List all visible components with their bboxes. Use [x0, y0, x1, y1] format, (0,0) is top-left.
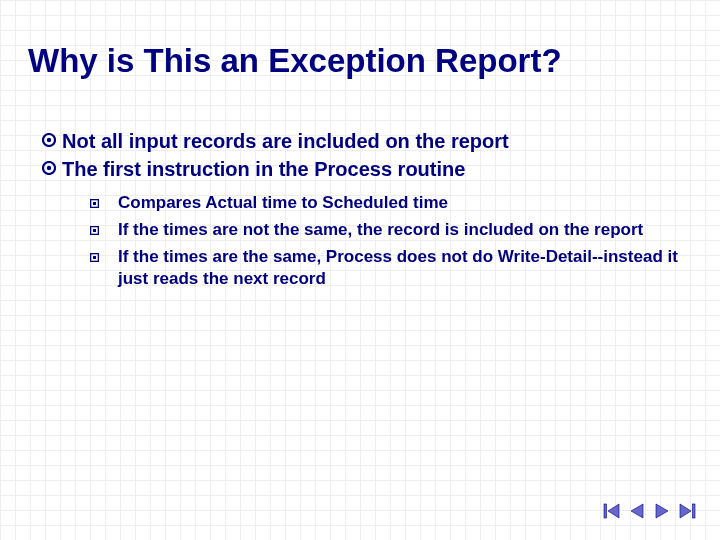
slide-body: Not all input records are included on th… [42, 128, 682, 294]
previous-slide-button[interactable] [626, 500, 648, 522]
square-bullet-icon [90, 192, 118, 215]
svg-point-1 [47, 138, 51, 142]
nav-controls [601, 500, 698, 522]
list-item-text: If the times are the same, Process does … [118, 246, 682, 290]
bullet-icon [42, 128, 62, 154]
svg-marker-14 [680, 504, 691, 518]
list-item-text: If the times are not the same, the recor… [118, 219, 643, 241]
svg-marker-13 [656, 504, 668, 518]
list-item: Compares Actual time to Scheduled time [90, 192, 682, 215]
list-item: If the times are not the same, the recor… [90, 219, 682, 242]
list-item-text: Not all input records are included on th… [62, 128, 509, 154]
square-bullet-icon [90, 219, 118, 242]
square-bullet-icon [90, 246, 118, 269]
svg-rect-15 [693, 504, 696, 518]
list-item-text: Compares Actual time to Scheduled time [118, 192, 448, 214]
last-slide-button[interactable] [676, 500, 698, 522]
sub-list: Compares Actual time to Scheduled time I… [90, 192, 682, 290]
svg-rect-9 [93, 256, 96, 259]
list-item-text: The first instruction in the Process rou… [62, 156, 465, 182]
first-slide-button[interactable] [601, 500, 623, 522]
slide: Why is This an Exception Report? Not all… [0, 0, 720, 540]
list-item: Not all input records are included on th… [42, 128, 682, 154]
svg-point-3 [47, 166, 51, 170]
svg-rect-7 [93, 229, 96, 232]
next-slide-button[interactable] [651, 500, 673, 522]
svg-marker-12 [631, 504, 643, 518]
bullet-icon [42, 156, 62, 182]
svg-marker-11 [608, 504, 619, 518]
list-item: If the times are the same, Process does … [90, 246, 682, 290]
svg-rect-10 [604, 504, 607, 518]
svg-rect-5 [93, 202, 96, 205]
list-item: The first instruction in the Process rou… [42, 156, 682, 182]
slide-title: Why is This an Exception Report? [28, 42, 688, 80]
